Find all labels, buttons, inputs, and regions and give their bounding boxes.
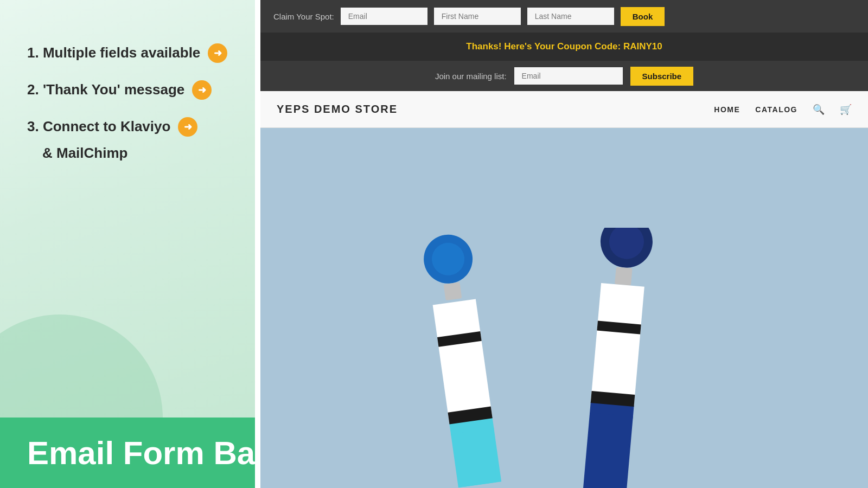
coupon-bar: Thanks! Here's Your Coupon Code: RAINY10 <box>260 33 868 61</box>
feature-text-2: 2. 'Thank You' message <box>27 81 184 99</box>
feature-list: 1. Multiple fields available ➜ 2. 'Thank… <box>27 43 233 163</box>
svg-rect-3 <box>433 299 493 423</box>
feature-text-1: 1. Multiple fields available <box>27 44 200 62</box>
arrow-icon-3: ➜ <box>178 117 197 137</box>
svg-rect-2 <box>444 282 462 300</box>
book-button[interactable]: Book <box>621 7 665 26</box>
coupon-text: Thanks! Here's Your Coupon Code: RAINY10 <box>466 41 662 52</box>
nav-right: HOME CATALOG 🔍 🛒 <box>714 104 852 115</box>
arrow-icon-2: ➜ <box>192 80 212 100</box>
feature-item-3: 3. Connect to Klaviyo ➜ & MailChimp <box>27 117 233 163</box>
svg-rect-11 <box>591 283 644 406</box>
hero-illustration <box>374 228 754 488</box>
right-panel: Claim Your Spot: Book Thanks! Here's You… <box>260 0 868 488</box>
store-name: YEPS DEMO STORE <box>277 103 398 115</box>
claim-email-input[interactable] <box>341 8 427 25</box>
claim-lastname-input[interactable] <box>527 8 614 25</box>
search-icon[interactable]: 🔍 <box>813 104 825 115</box>
feature-text-3b: & MailChimp <box>27 144 127 163</box>
subscribe-button[interactable]: Subscribe <box>630 67 694 86</box>
mailing-email-input[interactable] <box>514 67 623 85</box>
bottom-banner: Email Form Bar <box>0 418 255 488</box>
bottom-banner-text: Email Form Bar <box>27 434 255 472</box>
feature-item-1: 1. Multiple fields available ➜ <box>27 43 233 63</box>
arrow-icon-1: ➜ <box>208 43 227 63</box>
store-nav: YEPS DEMO STORE HOME CATALOG 🔍 🛒 <box>260 91 868 128</box>
claim-label: Claim Your Spot: <box>273 12 334 21</box>
claim-bar: Claim Your Spot: Book <box>260 0 868 33</box>
feature-item-2: 2. 'Thank You' message ➜ <box>27 80 233 100</box>
mailing-bar: Join our mailing list: Subscribe <box>260 61 868 91</box>
claim-firstname-input[interactable] <box>434 8 521 25</box>
mailing-label: Join our mailing list: <box>435 72 507 81</box>
svg-rect-10 <box>615 267 633 285</box>
cart-icon[interactable]: 🛒 <box>840 104 852 115</box>
hero-area <box>260 128 868 488</box>
left-panel: 1. Multiple fields available ➜ 2. 'Thank… <box>0 0 255 488</box>
nav-home[interactable]: HOME <box>714 105 740 114</box>
feature-text-3: 3. Connect to Klaviyo <box>27 118 170 136</box>
nav-catalog[interactable]: CATALOG <box>755 105 797 114</box>
